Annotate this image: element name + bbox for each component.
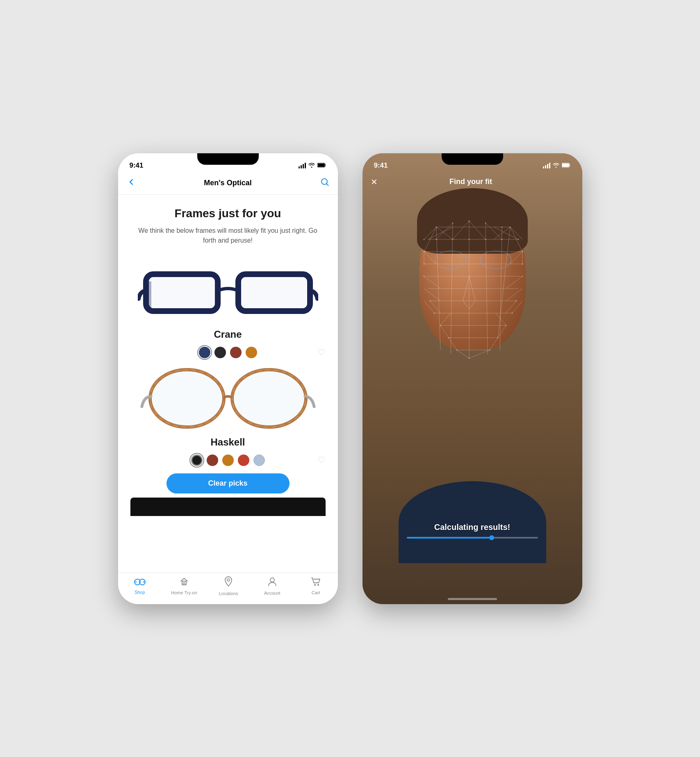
- back-button[interactable]: [126, 177, 136, 189]
- crane-name: Crane: [118, 329, 338, 340]
- tab-bar: Shop Home Try-on: [118, 573, 338, 604]
- haskell-swatch-2[interactable]: [222, 455, 234, 466]
- tab-home-tryon[interactable]: Home Try-on: [171, 577, 197, 595]
- svg-line-48: [510, 252, 522, 264]
- svg-point-82: [509, 226, 511, 227]
- svg-line-55: [453, 221, 469, 239]
- svg-point-101: [505, 325, 506, 326]
- svg-rect-1: [318, 164, 324, 167]
- svg-line-40: [494, 227, 518, 239]
- svg-line-59: [440, 325, 449, 338]
- svg-line-51: [436, 223, 453, 239]
- crane-swatch-3[interactable]: [246, 347, 257, 358]
- svg-line-73: [424, 289, 440, 301]
- svg-point-96: [429, 300, 431, 301]
- signal-icon: [299, 163, 306, 168]
- haskell-swatch-4[interactable]: [253, 455, 265, 466]
- crane-swatches: ♡: [118, 343, 338, 361]
- svg-line-52: [486, 223, 502, 239]
- calculating-text: Calculating results!: [407, 523, 538, 532]
- svg-point-92: [423, 263, 424, 264]
- close-button[interactable]: ✕: [371, 177, 378, 187]
- svg-point-105: [489, 349, 490, 350]
- svg-point-77: [436, 226, 437, 227]
- tab-account[interactable]: Account: [260, 577, 285, 596]
- svg-line-74: [506, 289, 522, 301]
- clear-picks-button[interactable]: Clear picks: [166, 473, 290, 493]
- haskell-swatch-1[interactable]: [207, 455, 218, 466]
- tab-locations[interactable]: Locations: [216, 576, 241, 596]
- frames-subtitle: We think the below frames will most like…: [135, 226, 321, 246]
- svg-point-45: [435, 251, 466, 269]
- right-battery-icon: [562, 162, 571, 169]
- locations-icon: [224, 576, 233, 589]
- svg-line-61: [449, 338, 457, 350]
- right-signal-icon: [543, 163, 550, 168]
- svg-point-80: [485, 222, 486, 223]
- right-nav-bar: ✕ Find your fit: [363, 173, 582, 192]
- crane-swatch-2[interactable]: [230, 347, 242, 358]
- svg-point-86: [468, 239, 470, 240]
- svg-point-104: [456, 349, 457, 350]
- search-button[interactable]: [320, 177, 330, 189]
- svg-point-79: [468, 220, 470, 221]
- svg-point-78: [452, 222, 453, 223]
- calculating-overlay: Calculating results!: [407, 523, 538, 539]
- battery-icon: [317, 162, 326, 169]
- progress-dot: [489, 535, 494, 540]
- svg-point-103: [497, 337, 498, 338]
- svg-point-88: [501, 239, 502, 240]
- svg-point-95: [522, 275, 523, 277]
- svg-line-62: [490, 338, 498, 350]
- partial-glasses-area: [118, 498, 338, 516]
- haskell-favorite-button[interactable]: ♡: [317, 455, 326, 466]
- svg-point-11: [152, 371, 222, 425]
- progress-bar-fill: [407, 537, 492, 539]
- svg-line-56: [469, 221, 486, 239]
- svg-point-46: [480, 251, 511, 269]
- tab-shop[interactable]: Shop: [128, 577, 152, 595]
- svg-point-106: [468, 357, 470, 359]
- svg-point-85: [452, 239, 453, 240]
- svg-point-94: [423, 275, 424, 277]
- shoulders: [399, 481, 546, 563]
- svg-point-99: [511, 312, 513, 314]
- left-status-icons: [299, 162, 326, 169]
- phones-wrapper: 9:41: [0, 0, 700, 757]
- haskell-swatch-0[interactable]: [191, 455, 203, 466]
- svg-line-76: [512, 301, 522, 313]
- crane-swatch-0[interactable]: [199, 347, 210, 358]
- account-label: Account: [264, 591, 280, 596]
- home-tryon-label: Home Try-on: [171, 590, 197, 595]
- page-title: Men's Optical: [204, 179, 251, 187]
- crane-glasses-image: [118, 254, 338, 325]
- svg-line-53: [436, 227, 453, 239]
- crane-favorite-button[interactable]: ♡: [317, 347, 326, 358]
- svg-line-72: [506, 276, 522, 289]
- crane-swatch-1[interactable]: [214, 347, 226, 358]
- scroll-content: Frames just for you We think the below f…: [118, 195, 338, 573]
- svg-point-91: [522, 251, 523, 252]
- shop-label: Shop: [135, 590, 145, 595]
- locations-label: Locations: [219, 591, 238, 596]
- right-page-title: Find your fit: [449, 177, 492, 186]
- svg-point-93: [522, 263, 523, 264]
- tab-cart[interactable]: Cart: [303, 577, 328, 595]
- svg-rect-5: [149, 277, 215, 308]
- right-status-icons: [543, 162, 571, 169]
- cart-label: Cart: [312, 590, 320, 595]
- svg-line-39: [428, 227, 453, 239]
- home-tryon-icon: [179, 577, 189, 589]
- left-status-time: 9:41: [130, 161, 144, 170]
- svg-point-90: [423, 251, 424, 252]
- svg-point-20: [315, 584, 316, 585]
- frames-title: Frames just for you: [135, 207, 321, 220]
- left-nav-bar: Men's Optical: [118, 173, 338, 195]
- svg-line-66: [469, 350, 490, 358]
- notch: [197, 153, 259, 165]
- svg-line-75: [424, 301, 434, 313]
- haskell-name: Haskell: [118, 436, 338, 448]
- haskell-swatch-3[interactable]: [238, 455, 249, 466]
- account-icon: [268, 577, 277, 589]
- svg-line-49: [424, 227, 436, 239]
